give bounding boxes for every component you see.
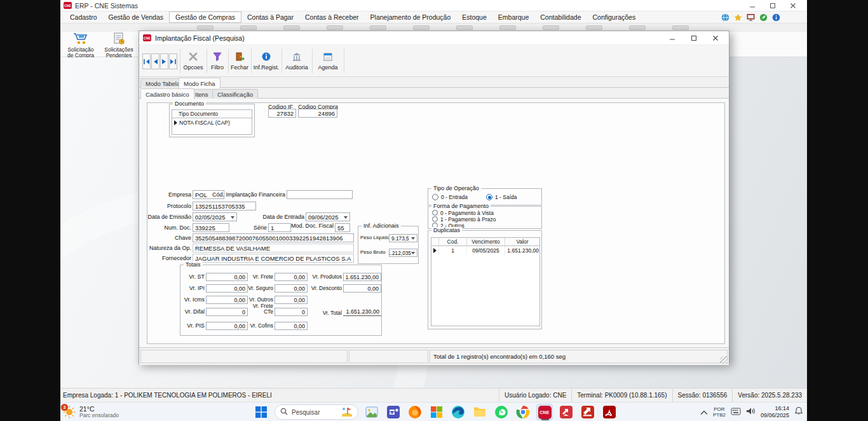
- mod-doc-fiscal-field[interactable]: 55: [335, 223, 350, 232]
- tray-expand-icon[interactable]: [700, 406, 708, 418]
- codigo-compra-field[interactable]: 24896: [298, 109, 337, 118]
- cod-implantacao-financeira-field[interactable]: [287, 190, 353, 199]
- data-entrada-combo[interactable]: 09/06/2025: [306, 212, 350, 221]
- chave-field[interactable]: 3525054883987200076055001000339225194281…: [193, 233, 354, 242]
- close-button[interactable]: [783, 0, 803, 11]
- radio-icon[interactable]: [432, 194, 438, 200]
- fornecedor-field[interactable]: JAGUAR INDUSTRIA E COMERCIO DE PLASTICOS…: [193, 254, 354, 263]
- vr-pis-field[interactable]: 0,00: [206, 322, 248, 330]
- vr-desconto-field[interactable]: 0,00: [343, 284, 381, 293]
- vr-frete-cte-field[interactable]: 0: [275, 308, 308, 316]
- menu-gestao-de-vendas[interactable]: Gestão de Vendas: [103, 11, 169, 23]
- radio-saida[interactable]: 1 - Saída: [486, 194, 517, 200]
- chevron-down-icon[interactable]: [411, 252, 415, 256]
- vr-outros-field[interactable]: 0,00: [275, 296, 308, 304]
- protocolo-field[interactable]: 135251153705335: [193, 202, 256, 210]
- vr-difal-field[interactable]: 0: [206, 308, 248, 316]
- duplicata-cod-cell[interactable]: 1: [439, 246, 467, 254]
- duplicata-vencimento-cell[interactable]: 09/05/2025: [467, 246, 505, 254]
- menu-gestao-de-compras[interactable]: Gestão de Compras: [169, 11, 241, 23]
- auditoria-button[interactable]: Auditoria: [283, 47, 311, 75]
- menu-configuracoes[interactable]: Configurações: [587, 11, 641, 23]
- solicitacao-de-compra-button[interactable]: Solicitação de Compra: [62, 32, 100, 57]
- menu-estoque[interactable]: Estoque: [456, 11, 492, 23]
- radio-icon[interactable]: [486, 194, 492, 200]
- firefox-icon[interactable]: [407, 404, 423, 420]
- menu-cadastro[interactable]: Cadastro: [64, 11, 103, 23]
- vr-produtos-field[interactable]: 1.651.230,00: [343, 273, 381, 281]
- natureza-op-field[interactable]: REMESSA DE VASILHAME: [193, 244, 354, 252]
- weather-widget[interactable]: 3 21°C Parc ensolarado: [63, 404, 119, 420]
- edge-icon[interactable]: [450, 404, 466, 420]
- radio-pagamento-vista[interactable]: 0 - Pagamento à Vista: [432, 210, 494, 216]
- previous-record-button[interactable]: [151, 53, 159, 69]
- fechar-button[interactable]: Fechar: [229, 47, 250, 75]
- tipo-documento-row[interactable]: NOTA FISCAL (CAP): [179, 118, 252, 127]
- peso-liquido-field[interactable]: 9.173,5: [389, 234, 417, 242]
- radio-icon[interactable]: [432, 210, 438, 216]
- vr-seguro-field[interactable]: 0,00: [275, 284, 308, 293]
- dialog-minimize-button[interactable]: [661, 31, 683, 45]
- star-icon[interactable]: [734, 13, 742, 24]
- num-doc-field[interactable]: 339225: [193, 223, 229, 232]
- remote-app-icon[interactable]: [558, 404, 574, 420]
- dialog-maximize-button[interactable]: [683, 31, 705, 45]
- solicitacoes-pendentes-button[interactable]: Solicitações Pendentes: [100, 32, 138, 57]
- tab-cadastro-basico[interactable]: Cadastro básico: [140, 88, 194, 99]
- notification-bell-icon[interactable]: [794, 406, 803, 418]
- leaf-icon[interactable]: [759, 13, 768, 24]
- tab-modo-ficha[interactable]: Modo Ficha: [179, 78, 220, 88]
- filtro-button[interactable]: Filtro: [208, 47, 227, 75]
- duplicata-valor-cell[interactable]: 1.651.230,00: [505, 246, 539, 254]
- codigo-if-field[interactable]: 27832: [268, 109, 296, 118]
- monitor-icon[interactable]: [747, 13, 755, 24]
- menu-contas-a-pagar[interactable]: Contas à Pagar: [241, 11, 299, 23]
- menu-contabilidade[interactable]: Contabilidade: [534, 11, 587, 23]
- last-record-button[interactable]: [169, 53, 177, 69]
- menu-planejamento-de-producao[interactable]: Planejamento de Produção: [365, 11, 457, 23]
- data-emissao-combo[interactable]: 02/05/2025: [193, 212, 237, 221]
- dialog-titlebar[interactable]: CNE Implantação Fiscal (Pesquisa): [139, 31, 729, 45]
- serie-field[interactable]: 1: [268, 223, 291, 232]
- chevron-down-icon[interactable]: [411, 237, 415, 242]
- vr-icms-field[interactable]: 0,00: [206, 296, 248, 304]
- remote-app-2-icon[interactable]: [580, 404, 596, 420]
- language-indicator[interactable]: POR PTB2: [713, 406, 726, 418]
- resize-grip[interactable]: [720, 356, 728, 364]
- acrobat-icon[interactable]: [601, 404, 618, 420]
- office-icon[interactable]: [428, 404, 445, 420]
- next-record-button[interactable]: [160, 53, 168, 69]
- chevron-down-icon[interactable]: [344, 216, 348, 221]
- clock[interactable]: 16:14 09/06/2025: [761, 405, 789, 420]
- opcoes-button[interactable]: Opcoes: [181, 47, 205, 75]
- radio-icon[interactable]: [432, 216, 438, 222]
- peso-bruto-field[interactable]: 1.212,035: [389, 249, 417, 257]
- start-button[interactable]: [253, 404, 269, 420]
- volume-icon[interactable]: [746, 406, 756, 418]
- info-icon[interactable]: [772, 13, 780, 24]
- bing-daily-icon[interactable]: [341, 406, 353, 418]
- minimize-button[interactable]: [742, 0, 763, 11]
- globe-icon[interactable]: [721, 13, 729, 24]
- file-explorer-icon[interactable]: [471, 404, 488, 420]
- vr-ipi-field[interactable]: 0,00: [206, 284, 248, 293]
- tab-classificacao[interactable]: Classificação: [212, 89, 258, 99]
- maximize-button[interactable]: [763, 0, 783, 11]
- menu-contas-a-receber[interactable]: Contas à Receber: [299, 11, 365, 23]
- teams-icon[interactable]: [385, 404, 402, 420]
- inf-regist-button[interactable]: Inf.Regist.: [252, 47, 280, 75]
- vr-cofins-field[interactable]: 0,00: [275, 322, 308, 330]
- vr-st-field[interactable]: 0,00: [206, 273, 248, 281]
- chrome-icon[interactable]: [515, 404, 531, 420]
- search-input[interactable]: Pesquisar: [275, 404, 358, 420]
- dialog-close-button[interactable]: [705, 31, 726, 45]
- touch-keyboard-icon[interactable]: [731, 406, 741, 418]
- vr-frete-field[interactable]: 0,00: [275, 273, 308, 281]
- radio-entrada[interactable]: 0 - Entrada: [432, 194, 468, 200]
- agenda-button[interactable]: Agenda: [313, 47, 342, 75]
- chevron-down-icon[interactable]: [231, 216, 234, 221]
- cne-erp-taskbar-icon[interactable]: CNE: [536, 404, 553, 420]
- photos-icon[interactable]: [363, 404, 380, 420]
- menu-embarque[interactable]: Embarque: [492, 11, 534, 23]
- whatsapp-icon[interactable]: [493, 404, 510, 420]
